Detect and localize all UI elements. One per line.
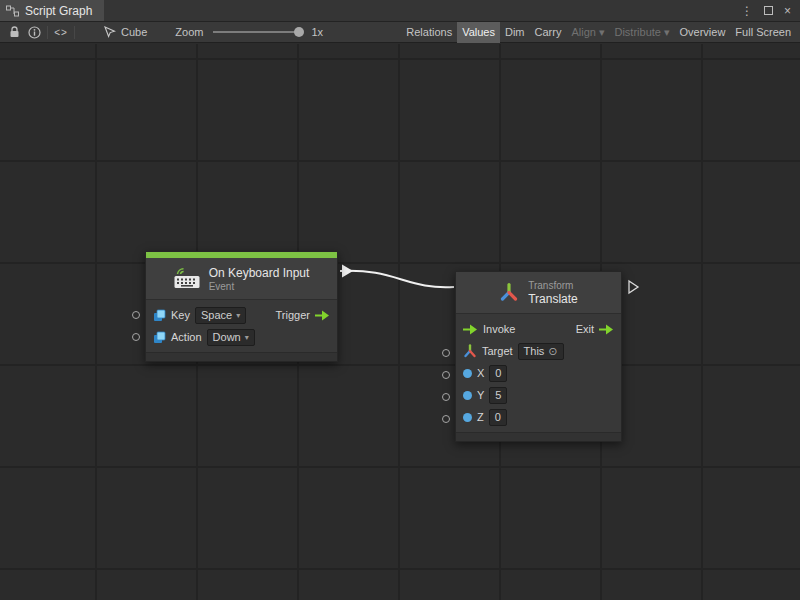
connection-wire <box>340 271 454 288</box>
node-body: Key Space ▾ Trigger Action Down <box>146 300 337 352</box>
fullscreen-button[interactable]: Full Screen <box>730 22 796 43</box>
carry-button[interactable]: Carry <box>530 22 567 43</box>
node-subtitle: Event <box>209 281 310 292</box>
action-label: Action <box>171 331 202 343</box>
align-button[interactable]: Align ▾ <box>566 22 609 43</box>
action-dropdown-value: Down <box>213 331 241 344</box>
zoom-slider-handle[interactable] <box>294 27 304 37</box>
toolbar-buttons: Relations Values Dim Carry Align ▾ Distr… <box>401 22 796 43</box>
z-input-port[interactable] <box>442 415 450 423</box>
y-input-port[interactable] <box>442 393 450 401</box>
overview-button[interactable]: Overview <box>675 22 731 43</box>
chevron-down-icon: ▾ <box>245 331 249 344</box>
node-header[interactable]: On Keyboard Input Event <box>146 258 337 300</box>
node-header[interactable]: Transform Translate <box>456 272 621 314</box>
invoke-label: Invoke <box>483 323 515 335</box>
number-port-icon <box>463 391 472 400</box>
distribute-button[interactable]: Distribute ▾ <box>609 22 674 43</box>
enum-literal-icon <box>153 331 166 344</box>
toolbar-separator <box>74 26 75 39</box>
window-titlebar: Script Graph ⋮ × <box>0 0 800 22</box>
x-value-field[interactable]: 0 <box>489 365 507 382</box>
node-supertitle: Transform <box>528 280 578 291</box>
number-port-icon <box>463 369 472 378</box>
cursor-icon <box>104 26 116 38</box>
key-input-port[interactable] <box>132 311 140 319</box>
x-row: X 0 <box>456 362 621 384</box>
window-close-icon[interactable]: × <box>784 4 791 18</box>
target-row: Target This ⊙ <box>456 340 621 362</box>
node-on-keyboard-input[interactable]: On Keyboard Input Event Key Space ▾ Trig… <box>145 251 338 362</box>
window-maximize-icon[interactable] <box>764 6 773 15</box>
node-footer <box>456 432 621 441</box>
exit-label: Exit <box>576 323 594 335</box>
connections-layer <box>0 44 800 600</box>
exit-port-triangle-icon[interactable] <box>629 281 638 293</box>
enum-literal-icon <box>153 309 166 322</box>
node-title: Translate <box>528 292 578 306</box>
code-view-icon[interactable]: <> <box>51 22 71 43</box>
x-input-port[interactable] <box>442 371 450 379</box>
chevron-down-icon: ▾ <box>236 309 240 322</box>
zoom-control: Zoom 1x <box>175 26 323 38</box>
toolbar-separator <box>47 26 48 39</box>
action-input-port[interactable] <box>132 333 140 341</box>
keyboard-event-icon <box>174 268 200 289</box>
key-dropdown-value: Space <box>201 309 232 322</box>
z-row: Z 0 <box>456 406 621 428</box>
invoke-input-port[interactable] <box>463 324 478 335</box>
node-translate[interactable]: Transform Translate Invoke Exit <box>455 271 622 442</box>
graph-canvas[interactable]: On Keyboard Input Event Key Space ▾ Trig… <box>0 44 800 600</box>
transform-icon <box>499 282 519 303</box>
object-picker-icon[interactable]: ⊙ <box>548 345 557 358</box>
y-value-field[interactable]: 5 <box>489 387 507 404</box>
invoke-row: Invoke Exit <box>456 318 621 340</box>
context-target-label: Cube <box>121 26 147 38</box>
info-icon[interactable] <box>24 22 44 43</box>
node-footer <box>146 352 337 361</box>
relations-button[interactable]: Relations <box>401 22 457 43</box>
tab-script-graph[interactable]: Script Graph <box>0 0 104 21</box>
connection-arrowhead-icon <box>342 265 353 278</box>
key-row: Key Space ▾ Trigger <box>146 304 337 326</box>
node-title: On Keyboard Input <box>209 266 310 280</box>
target-input-port[interactable] <box>442 349 450 357</box>
graph-toolbar: <> Cube Zoom 1x Relations Values Dim Car… <box>0 22 800 43</box>
number-port-icon <box>463 413 472 422</box>
transform-icon <box>463 344 477 358</box>
tab-title: Script Graph <box>25 4 92 18</box>
target-object-field[interactable]: This ⊙ <box>518 343 564 360</box>
values-button[interactable]: Values <box>457 22 500 43</box>
z-value-field[interactable]: 0 <box>489 409 507 426</box>
target-label: Target <box>482 345 513 357</box>
x-label: X <box>477 367 484 379</box>
z-label: Z <box>477 411 484 423</box>
node-body: Invoke Exit Target This <box>456 314 621 432</box>
script-graph-icon <box>6 5 19 17</box>
window-menu-icon[interactable]: ⋮ <box>741 4 753 18</box>
y-label: Y <box>477 389 484 401</box>
action-dropdown[interactable]: Down ▾ <box>207 329 255 346</box>
key-dropdown[interactable]: Space ▾ <box>195 307 246 324</box>
trigger-label: Trigger <box>276 309 310 321</box>
zoom-value: 1x <box>311 26 323 38</box>
lock-icon[interactable] <box>4 22 24 43</box>
key-label: Key <box>171 309 190 321</box>
y-row: Y 5 <box>456 384 621 406</box>
zoom-slider[interactable] <box>213 31 303 33</box>
trigger-output-port[interactable] <box>315 310 330 321</box>
zoom-label: Zoom <box>175 26 203 38</box>
target-value: This <box>524 345 545 358</box>
graph-context: Cube <box>104 26 147 38</box>
exit-output-port[interactable] <box>599 324 614 335</box>
dim-button[interactable]: Dim <box>500 22 530 43</box>
action-row: Action Down ▾ <box>146 326 337 348</box>
